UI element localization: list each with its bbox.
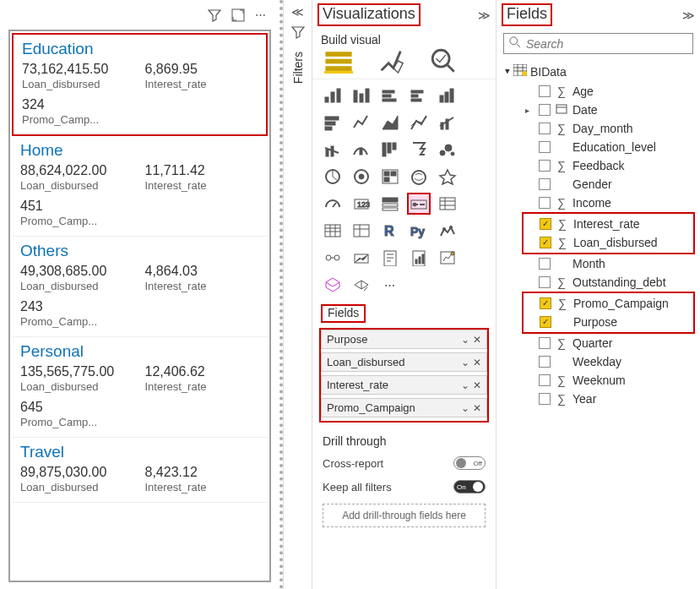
remove-icon[interactable]: ✕ — [473, 334, 481, 346]
field-well-purpose[interactable]: Purpose⌄✕ — [321, 330, 487, 349]
viz-type-19[interactable] — [436, 166, 459, 188]
viz-type-1[interactable] — [350, 85, 373, 106]
tab-analytics[interactable] — [429, 50, 458, 74]
expand-filters-icon[interactable]: ≪ — [291, 5, 304, 19]
field-checkbox[interactable] — [539, 178, 551, 190]
tab-build[interactable] — [324, 50, 353, 74]
viz-type-26[interactable] — [350, 220, 373, 242]
chevron-down-icon[interactable]: ⌄ — [461, 357, 469, 368]
viz-type-33[interactable] — [407, 247, 431, 269]
viz-type-18[interactable] — [407, 166, 431, 188]
field-checkbox[interactable] — [539, 123, 551, 134]
viz-type-13[interactable] — [407, 139, 431, 161]
viz-type-25[interactable] — [321, 220, 345, 242]
viz-type-12[interactable] — [378, 139, 402, 161]
collapse-viz-icon[interactable]: ≫ — [478, 8, 491, 22]
field-feedback[interactable]: ∑Feedback — [524, 156, 693, 175]
viz-type-31[interactable] — [350, 247, 373, 269]
viz-type-2[interactable] — [378, 85, 402, 106]
field-checkbox[interactable] — [539, 258, 551, 270]
table-node[interactable]: ▸ BIData — [503, 61, 693, 82]
field-interest_rate[interactable]: ∑Interest_rate — [524, 215, 692, 233]
more-icon[interactable]: ⋯ — [255, 8, 268, 25]
collapse-fields-icon[interactable]: ≫ — [682, 8, 695, 22]
field-checkbox[interactable] — [539, 356, 551, 368]
viz-type-15[interactable] — [321, 166, 345, 188]
field-checkbox[interactable] — [539, 276, 551, 288]
card-travel[interactable]: Travel 89,875,030.00Loan_disbursed 8,423… — [12, 438, 268, 503]
field-checkbox[interactable] — [539, 393, 551, 405]
field-month[interactable]: Month — [524, 254, 693, 273]
viz-type-21[interactable]: 123 — [350, 193, 373, 215]
filter-icon[interactable] — [208, 8, 221, 25]
field-weekday[interactable]: Weekday — [524, 352, 693, 371]
chevron-down-icon[interactable]: ⌄ — [461, 379, 469, 391]
field-gender[interactable]: Gender — [524, 175, 693, 194]
field-date[interactable]: ▸Date — [524, 101, 693, 119]
viz-type-23[interactable] — [407, 193, 431, 215]
field-checkbox[interactable] — [540, 237, 551, 248]
viz-type-35[interactable] — [321, 274, 345, 296]
field-well-loan_disbursed[interactable]: Loan_disbursed⌄✕ — [321, 352, 487, 372]
viz-type-6[interactable] — [350, 112, 373, 134]
remove-icon[interactable]: ✕ — [473, 357, 481, 368]
field-age[interactable]: ∑Age — [524, 82, 693, 101]
viz-type-29[interactable] — [436, 220, 459, 242]
field-quarter[interactable]: ∑Quarter — [524, 334, 693, 352]
card-home[interactable]: Home 88,624,022.00Loan_disbursed 11,711.… — [12, 136, 268, 237]
cross-report-toggle[interactable]: Off — [453, 456, 486, 470]
field-loan_disbursed[interactable]: ∑Loan_disbursed — [524, 233, 692, 252]
field-well-interest_rate[interactable]: Interest_rate⌄✕ — [321, 375, 487, 395]
field-purpose[interactable]: Purpose — [524, 313, 692, 331]
viz-type-36[interactable] — [350, 274, 373, 296]
field-education_level[interactable]: Education_level — [524, 138, 693, 156]
multi-row-card-visual[interactable]: Education 73,162,415.50Loan_disbursed 6,… — [8, 30, 271, 582]
tab-format[interactable] — [377, 50, 405, 74]
drill-placeholder[interactable]: Add drill-through fields here — [323, 504, 486, 527]
viz-type-27[interactable]: R — [378, 220, 402, 242]
viz-type-3[interactable] — [407, 85, 431, 106]
field-checkbox[interactable] — [539, 141, 551, 153]
viz-type-37[interactable]: ⋯ — [378, 274, 402, 296]
field-checkbox[interactable] — [539, 104, 551, 116]
field-checkbox[interactable] — [540, 316, 551, 328]
viz-type-10[interactable] — [321, 139, 345, 161]
field-checkbox[interactable] — [539, 85, 551, 97]
field-weeknum[interactable]: ∑Weeknum — [524, 371, 693, 390]
search-input[interactable] — [526, 37, 687, 51]
viz-type-4[interactable] — [436, 85, 459, 106]
viz-type-30[interactable] — [321, 247, 345, 269]
field-checkbox[interactable] — [539, 337, 551, 349]
field-promo_campaign[interactable]: ∑Promo_Campaign — [524, 294, 692, 313]
viz-type-7[interactable] — [378, 112, 402, 134]
fields-search[interactable] — [503, 33, 693, 54]
viz-type-14[interactable] — [436, 139, 459, 161]
expand-icon[interactable]: ▸ — [525, 106, 534, 115]
viz-type-20[interactable] — [321, 193, 345, 215]
remove-icon[interactable]: ✕ — [473, 402, 481, 414]
field-checkbox[interactable] — [539, 160, 551, 172]
viz-type-22[interactable] — [378, 193, 402, 215]
card-others[interactable]: Others 49,308,685.00Loan_disbursed 4,864… — [12, 237, 268, 337]
chevron-down-icon[interactable]: ⌄ — [461, 334, 469, 346]
field-income[interactable]: ∑Income — [524, 194, 693, 212]
viz-type-5[interactable] — [321, 112, 345, 134]
field-day_month[interactable]: ∑Day_month — [524, 119, 693, 138]
field-well-promo_campaign[interactable]: Promo_Campaign⌄✕ — [321, 398, 487, 417]
field-year[interactable]: ∑Year — [524, 390, 693, 408]
card-education[interactable]: Education 73,162,415.50Loan_disbursed 6,… — [12, 33, 268, 136]
chevron-down-icon[interactable]: ⌄ — [461, 402, 469, 414]
viz-type-28[interactable]: Py — [407, 220, 431, 242]
viz-type-9[interactable] — [436, 112, 459, 134]
viz-type-32[interactable] — [378, 247, 402, 269]
viz-type-24[interactable] — [436, 193, 459, 215]
keep-filters-toggle[interactable]: On — [453, 480, 486, 494]
focus-icon[interactable] — [231, 8, 245, 25]
filters-label[interactable]: Filters — [291, 52, 305, 84]
viz-type-16[interactable] — [350, 166, 373, 188]
remove-icon[interactable]: ✕ — [473, 379, 481, 391]
viz-type-17[interactable] — [378, 166, 402, 188]
field-checkbox[interactable] — [539, 197, 551, 209]
field-checkbox[interactable] — [540, 297, 551, 309]
field-checkbox[interactable] — [539, 374, 551, 386]
